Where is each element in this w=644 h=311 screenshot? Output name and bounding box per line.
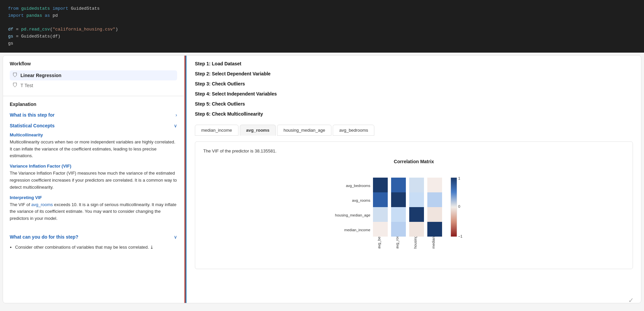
divider-bar: [184, 56, 187, 303]
row-label-2: housing_median_age: [335, 213, 370, 217]
tabs-container: median_income avg_rooms housing_median_a…: [195, 125, 633, 136]
step-6: Step 6: Check Multicollinearity: [195, 111, 633, 117]
code-import-kw: import: [53, 6, 68, 11]
vif-panel: The VIF of the predictor is 38.135581. C…: [195, 141, 633, 269]
steps-list: Step 1: Load Dataset Step 2: Select Depe…: [195, 61, 633, 117]
accordion-what-is-header[interactable]: What is this step for ›: [10, 111, 177, 119]
workflow-item-ttest[interactable]: ⛉ T Test: [10, 80, 177, 90]
cell-2-2: [409, 207, 424, 222]
what-can-do-section: What can you do for this step? ∨ Conside…: [10, 233, 177, 251]
concept-vif-body: The Variance Inflation Factor (VIF) meas…: [10, 170, 177, 191]
cell-3-1: [391, 222, 406, 237]
cell-2-0: [373, 207, 388, 222]
concept-vif-title: Variance Inflation Factor (VIF): [10, 164, 177, 169]
stat-concepts-label: Statistical Concepts: [10, 123, 55, 128]
cell-2-3: [427, 207, 442, 222]
concept-interp-body: The VIF of avg_rooms exceeds 10. It is a…: [10, 201, 177, 222]
cell-3-2: [409, 222, 424, 237]
checkmark: ✓: [628, 296, 634, 304]
stat-concepts-chevron: ∨: [174, 123, 177, 128]
concept-multicollinearity: Multicollinearity Multicollinearity occu…: [10, 132, 177, 160]
corr-matrix-svg: avg_bedrooms avg_rooms housing_median_ag…: [327, 168, 501, 262]
cell-1-3: [427, 192, 442, 207]
code-df-var: df: [8, 27, 13, 32]
accordion-stat-concepts-header[interactable]: Statistical Concepts ∨: [10, 122, 177, 130]
code-pandas: pandas: [26, 13, 42, 18]
tab-avg-rooms[interactable]: avg_rooms: [240, 125, 276, 136]
accordion-stat-concepts: Statistical Concepts ∨ Multicollinearity…: [10, 122, 177, 229]
stat-concepts-content: Multicollinearity Multicollinearity occu…: [10, 130, 177, 229]
step-1: Step 1: Load Dataset: [195, 61, 633, 66]
cell-0-2: [409, 178, 424, 192]
vif-text: The VIF of the predictor is 38.135581.: [203, 148, 625, 153]
concept-interp-title: Interpreting VIF: [10, 195, 177, 200]
what-is-label: What is this step for: [10, 112, 55, 118]
cell-1-2: [409, 192, 424, 207]
cell-2-1: [391, 207, 406, 222]
main-container: Workflow ⛉ Linear Regression ⛉ T Test Ex…: [3, 55, 641, 303]
what-can-do-item-0: Consider other combinations of variables…: [15, 244, 177, 251]
workflow-icon-lr: ⛉: [12, 72, 18, 78]
code-as: as: [45, 13, 50, 18]
cell-1-1: [391, 192, 406, 207]
code-gs-out: gs: [8, 41, 13, 46]
step-4: Step 4: Select Independent Variables: [195, 91, 633, 97]
explanation-title: Explanation: [10, 102, 177, 107]
code-read-csv: pd.read_csv: [21, 27, 50, 32]
code-pd: pd: [53, 13, 58, 18]
row-label-0: avg_bedrooms: [346, 184, 370, 188]
tab-housing-median-age[interactable]: housing_median_age: [277, 125, 331, 136]
cell-0-1: [391, 178, 406, 192]
avg-rooms-link[interactable]: avg_rooms: [31, 202, 53, 207]
tab-avg-bedrooms[interactable]: avg_bedrooms: [333, 125, 374, 136]
what-is-chevron: ›: [175, 112, 177, 118]
code-import2: import: [8, 13, 24, 18]
row-label-1: avg_rooms: [352, 198, 371, 202]
concept-multi-title: Multicollinearity: [10, 132, 177, 137]
what-can-do-label: What can you do for this step?: [10, 234, 78, 240]
what-can-do-header[interactable]: What can you do for this step? ∨: [10, 233, 177, 241]
step-2: Step 2: Select Dependent Variable: [195, 71, 633, 76]
cell-1-0: [373, 192, 388, 207]
code-csv-str: "california_housing.csv": [53, 27, 115, 32]
code-from: from: [8, 6, 18, 11]
legend-bar: [451, 178, 457, 237]
concept-multi-body: Multicollinearity occurs when two or mor…: [10, 139, 177, 160]
corr-matrix-wrapper: avg_bedrooms avg_rooms housing_median_ag…: [203, 168, 625, 262]
workflow-icon-ttest: ⛉: [12, 82, 18, 88]
cell-3-3: [427, 222, 442, 237]
step-5: Step 5: Check Outliers: [195, 101, 633, 107]
what-can-do-chevron: ∨: [174, 234, 177, 240]
code-editor: from guidedstats import GuidedStats impo…: [0, 0, 644, 53]
cell-3-0: [373, 222, 388, 237]
left-panel: Workflow ⛉ Linear Regression ⛉ T Test Ex…: [3, 56, 184, 303]
what-can-do-content: Consider other combinations of variables…: [10, 241, 177, 251]
code-gs-var: gs: [8, 34, 13, 39]
right-panel: Step 1: Load Dataset Step 2: Select Depe…: [187, 56, 641, 303]
corr-matrix-title: Correlation Matrix: [203, 159, 625, 164]
workflow-item-linear-regression[interactable]: ⛉ Linear Regression: [10, 70, 177, 80]
workflow-title: Workflow: [10, 61, 177, 66]
legend-label-bot: −1: [458, 234, 463, 238]
divider-blue: [185, 56, 186, 303]
code-module: guidedstats: [21, 6, 50, 11]
concept-vif: Variance Inflation Factor (VIF) The Vari…: [10, 164, 177, 191]
tab-median-income[interactable]: median_income: [195, 125, 238, 136]
cell-0-3: [427, 178, 442, 192]
row-label-3: median_income: [344, 228, 370, 232]
code-class: GuidedStats: [71, 6, 100, 11]
workflow-label-ttest: T Test: [20, 83, 33, 88]
legend-label-mid: 0: [458, 204, 460, 208]
concept-interpreting-vif: Interpreting VIF The VIF of avg_rooms ex…: [10, 195, 177, 222]
workflow-section: Workflow ⛉ Linear Regression ⛉ T Test: [3, 56, 184, 96]
accordion-what-is: What is this step for ›: [10, 111, 177, 119]
explanation-section: Explanation What is this step for › Stat…: [3, 96, 184, 303]
legend-label-top: 1: [458, 176, 460, 180]
workflow-label-lr: Linear Regression: [20, 73, 61, 78]
cell-0-0: [373, 178, 388, 192]
step-3: Step 3: Check Outliers: [195, 81, 633, 86]
interp-prefix: The VIF of: [10, 202, 31, 207]
code-gs-init: GuidedStats(df): [21, 34, 60, 39]
